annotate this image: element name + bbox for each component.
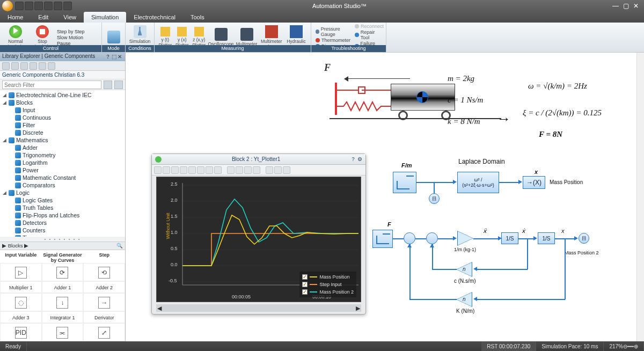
toolbar-button[interactable] bbox=[163, 166, 170, 174]
tree-node[interactable]: Continuous bbox=[0, 114, 125, 121]
palette-item[interactable]: ▷ bbox=[0, 263, 42, 281]
tree-node[interactable]: ◢Logic bbox=[0, 189, 125, 196]
gain-block-m[interactable] bbox=[457, 231, 473, 246]
minimize-button[interactable]: — bbox=[612, 2, 619, 10]
toolbar-button[interactable] bbox=[253, 166, 260, 174]
step-block[interactable] bbox=[393, 172, 416, 193]
toolbar-button[interactable] bbox=[180, 166, 187, 174]
integrator-block[interactable]: 1/S bbox=[501, 232, 518, 244]
tree-node[interactable]: Detectors bbox=[0, 219, 125, 226]
scope-block-2[interactable]: 目 bbox=[579, 233, 589, 244]
qat-button[interactable] bbox=[15, 2, 24, 10]
repair-tool-button[interactable]: Repair Tool bbox=[354, 30, 385, 40]
toolbar-button[interactable] bbox=[197, 166, 204, 174]
qat-button[interactable] bbox=[54, 2, 62, 10]
toolbar-button[interactable] bbox=[20, 62, 28, 70]
tab-electrotechnical[interactable]: Electrotechnical bbox=[126, 12, 183, 23]
checkbox-icon[interactable] bbox=[302, 274, 308, 280]
palette-item[interactable]: ⫘ bbox=[42, 323, 84, 341]
tree-node[interactable]: Flip-Flops and Latches bbox=[0, 211, 125, 219]
legend-item[interactable]: Mass Position 2 bbox=[302, 288, 354, 296]
output-block[interactable]: →(X) bbox=[523, 176, 545, 189]
qat-button[interactable] bbox=[25, 2, 33, 10]
tree-node[interactable]: Truth Tables bbox=[0, 204, 125, 211]
search-input[interactable] bbox=[2, 81, 101, 89]
tree-node[interactable]: Counters bbox=[0, 226, 125, 234]
toolbar-button[interactable] bbox=[283, 166, 290, 174]
palette-item[interactable]: ⤢ bbox=[83, 323, 125, 341]
search-options-button[interactable] bbox=[104, 81, 112, 89]
expand-icon[interactable]: ◢ bbox=[2, 100, 7, 105]
tree-node[interactable]: Filter bbox=[0, 121, 125, 129]
palette-item[interactable]: Derivator bbox=[83, 311, 125, 323]
mode-button[interactable] bbox=[105, 31, 122, 44]
palette-item[interactable]: PID bbox=[0, 323, 42, 341]
palette-item[interactable]: → bbox=[83, 293, 125, 311]
tab-view[interactable]: View bbox=[56, 12, 84, 23]
step-by-step-button[interactable]: Step by Step bbox=[57, 29, 85, 34]
horizontal-scrollbar[interactable]: ◀▶ bbox=[156, 304, 361, 312]
splitter[interactable]: • • • • • • • • bbox=[0, 237, 125, 242]
close-button[interactable]: ✕ bbox=[633, 2, 639, 10]
palette-item[interactable]: ◌ bbox=[0, 293, 42, 311]
scope-block[interactable]: 目 bbox=[429, 193, 440, 204]
qat-button[interactable] bbox=[34, 2, 43, 10]
thermometer-button[interactable]: Thermometer bbox=[314, 38, 352, 43]
toolbar-button[interactable] bbox=[30, 62, 37, 70]
tab-tools[interactable]: Tools bbox=[183, 12, 212, 23]
palette-item[interactable]: Multiplier 1 bbox=[0, 281, 42, 293]
palette-breadcrumb[interactable]: ▶ Blocks ▶ 🔍 bbox=[0, 242, 125, 250]
expand-icon[interactable]: ◢ bbox=[2, 92, 7, 98]
tree-node[interactable]: Power bbox=[0, 166, 125, 174]
toolbar-button[interactable] bbox=[48, 62, 55, 70]
toolbar-button[interactable] bbox=[244, 166, 252, 174]
tree-node[interactable]: Adder bbox=[0, 144, 125, 151]
toolbar-button[interactable] bbox=[236, 166, 243, 174]
toolbar-button[interactable] bbox=[39, 62, 46, 70]
toolbar-button[interactable] bbox=[2, 62, 10, 70]
status-zoom[interactable]: 217% ⊖━━⊕ bbox=[604, 341, 644, 351]
plotter-header[interactable]: Block 2 : Yt_Plotter1 ？ ⚙ bbox=[152, 154, 365, 165]
palette-item[interactable]: ⟲ bbox=[83, 263, 125, 281]
tab-simulation[interactable]: Simulation bbox=[84, 12, 126, 23]
step-block-2[interactable] bbox=[372, 230, 393, 248]
toolbar-button[interactable] bbox=[154, 166, 162, 174]
maximize-button[interactable]: ▢ bbox=[623, 2, 629, 10]
plotter-header-buttons[interactable]: ？ ⚙ bbox=[350, 156, 362, 163]
toolbar-button[interactable] bbox=[266, 166, 273, 174]
palette-item[interactable]: ⟳ bbox=[42, 263, 84, 281]
tree-node[interactable]: ◢Mathematics bbox=[0, 136, 125, 144]
library-breadcrumb[interactable]: Generic Components Christian 6.3 bbox=[0, 71, 125, 79]
reconnect-button[interactable]: Reconnect bbox=[354, 24, 385, 29]
tree-node[interactable]: ◢Blocks bbox=[0, 99, 125, 106]
tab-edit[interactable]: Edit bbox=[31, 12, 56, 23]
tree-node[interactable]: ◢Electrotechnical One-Line IEC bbox=[0, 91, 125, 99]
slow-motion-button[interactable]: Slow Motion bbox=[57, 35, 85, 40]
multimeter-button[interactable]: Multimeter bbox=[236, 28, 258, 47]
toolbar-button[interactable] bbox=[171, 166, 179, 174]
integrator-block-2[interactable]: 1/S bbox=[538, 232, 555, 244]
search-button[interactable] bbox=[114, 81, 123, 89]
checkbox-icon[interactable] bbox=[302, 282, 308, 287]
checkbox-icon[interactable] bbox=[302, 289, 308, 295]
plotter-run-icon[interactable] bbox=[155, 156, 162, 163]
toolbar-button[interactable] bbox=[206, 166, 213, 174]
tree-node[interactable]: Logic Gates bbox=[0, 196, 125, 204]
legend-item[interactable]: Mass Position bbox=[302, 273, 354, 281]
plotter-window[interactable]: Block 2 : Yt_Plotter1 ？ ⚙ Without Unit bbox=[151, 153, 366, 315]
diagram-canvas[interactable]: F m = 2kg c = 1 Ns/m k = 8 N/m → ω = √(k… bbox=[126, 53, 644, 341]
plotter-chart[interactable]: Without Unit 2.5 2.0 1.5 1. bbox=[156, 177, 361, 302]
tree-node[interactable]: Trigonometry bbox=[0, 151, 125, 159]
legend-item[interactable]: Step Input bbox=[302, 281, 354, 288]
qat-button[interactable] bbox=[63, 2, 72, 10]
panel-buttons[interactable]: ？⬚✕ bbox=[105, 53, 123, 61]
palette-item[interactable]: Adder 1 bbox=[42, 281, 84, 293]
toolbar-button[interactable] bbox=[274, 166, 282, 174]
transfer-function-block[interactable]: ω² / (s²+2ξ·ω·s+ω²) bbox=[457, 172, 499, 193]
toolbar-button[interactable] bbox=[227, 166, 235, 174]
pressure-gauge-button[interactable]: Pressure Gauge bbox=[314, 26, 352, 37]
search-icon[interactable]: 🔍 bbox=[116, 243, 123, 249]
tree-node[interactable]: Mathematic Constant bbox=[0, 174, 125, 181]
tree-node[interactable]: Input bbox=[0, 106, 125, 114]
tree-node[interactable]: Discrete bbox=[0, 129, 125, 136]
